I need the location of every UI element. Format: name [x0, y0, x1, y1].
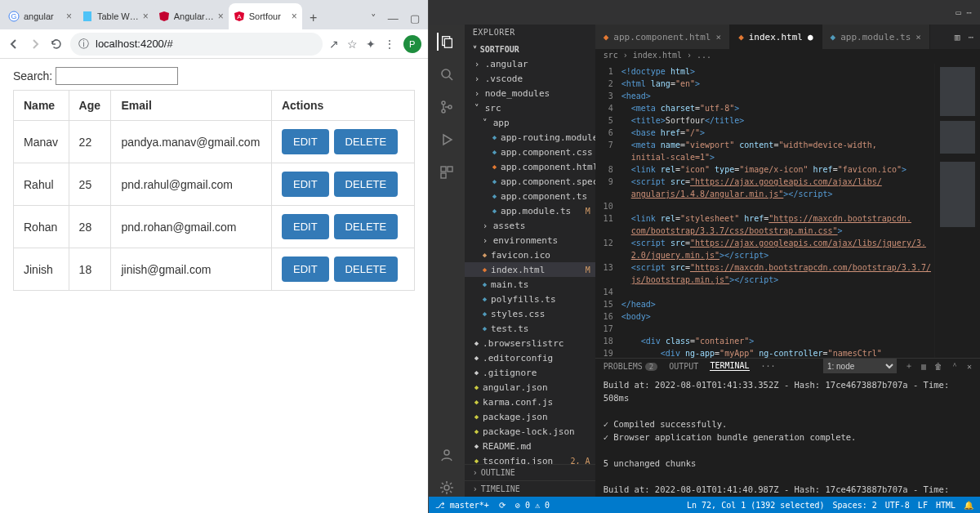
scm-icon[interactable]	[438, 98, 456, 116]
tree-node[interactable]: ◆app.component.spec.ts	[465, 174, 595, 189]
chevron-down-icon[interactable]: ˅	[371, 12, 376, 25]
close-tab-icon[interactable]: ×	[66, 11, 72, 22]
tree-node[interactable]: ◆angular.json	[465, 380, 595, 395]
panel-tab-problems[interactable]: PROBLEMS2	[604, 362, 658, 371]
delete-button[interactable]: DELETE	[334, 256, 399, 282]
panel-tab-output[interactable]: OUTPUT	[669, 362, 698, 371]
tree-node[interactable]: ◆polyfills.ts	[465, 292, 595, 306]
debug-icon[interactable]	[438, 131, 456, 149]
close-tab-icon[interactable]: ×	[218, 11, 224, 22]
browser-tab[interactable]: ASortfour×	[229, 3, 302, 29]
delete-button[interactable]: DELETE	[334, 214, 399, 239]
tree-node[interactable]: ◆tsconfig.json2, A	[465, 453, 595, 464]
tree-node[interactable]: ◆.gitignore	[465, 365, 595, 380]
split-terminal-icon[interactable]: ▥	[921, 362, 926, 371]
editor-tab[interactable]: ◆index.html●	[730, 25, 822, 49]
editor-more-icon[interactable]: ⋯	[968, 32, 973, 42]
edit-button[interactable]: EDIT	[282, 256, 329, 282]
account-icon[interactable]	[438, 446, 456, 464]
tree-node[interactable]: ›node_modules	[465, 86, 595, 100]
project-root[interactable]: ˅SORTFOUR	[465, 42, 595, 56]
tree-node[interactable]: ◆favicon.ico	[465, 248, 595, 262]
tree-node[interactable]: ›.vscode	[465, 71, 595, 86]
status-cursor[interactable]: Ln 72, Col 1 (1392 selected)	[687, 501, 825, 510]
search-icon[interactable]	[438, 65, 456, 83]
maximize-panel-icon[interactable]: ＾	[951, 360, 959, 372]
explorer-icon[interactable]	[437, 33, 455, 51]
timeline-section[interactable]: ›TIMELINE	[465, 480, 595, 497]
tree-node[interactable]: ◆test.ts	[465, 321, 595, 336]
browser-tab[interactable]: Angular…×	[154, 3, 229, 29]
tree-node[interactable]: ◆app.component.html	[465, 159, 595, 174]
panel-tab-terminal[interactable]: TERMINAL	[710, 361, 749, 371]
site-info-icon[interactable]: ⓘ	[78, 37, 89, 51]
kill-terminal-icon[interactable]: 🗑	[934, 362, 942, 371]
forward-icon[interactable]	[28, 37, 42, 51]
terminal-shell-select[interactable]: 1: node	[823, 359, 897, 373]
browser-tab[interactable]: Table W…×	[77, 3, 154, 29]
tree-node[interactable]: ›environments	[465, 233, 595, 248]
tree-node[interactable]: ◆README.md	[465, 439, 595, 453]
col-age[interactable]: Age	[69, 91, 111, 121]
close-tab-icon[interactable]: ×	[292, 11, 297, 22]
edit-button[interactable]: EDIT	[282, 172, 329, 197]
delete-button[interactable]: DELETE	[334, 129, 399, 154]
tree-node[interactable]: ◆index.htmlM	[465, 262, 595, 277]
bookmark-icon[interactable]: ☆	[347, 38, 358, 51]
browser-tab[interactable]: Gangular×	[3, 3, 77, 29]
panel-tab-more[interactable]: ···	[761, 362, 776, 371]
tree-node[interactable]: ◆app-routing.module.ts	[465, 130, 595, 145]
maximize-icon[interactable]: ▢	[410, 12, 420, 25]
tree-node[interactable]: ◆.editorconfig	[465, 350, 595, 365]
minimap[interactable]	[934, 64, 980, 358]
minimize-icon[interactable]: —	[388, 12, 399, 25]
outline-section[interactable]: ›OUTLINE	[465, 464, 595, 480]
tree-node[interactable]: ◆app.module.tsM	[465, 203, 595, 218]
tree-node[interactable]: ˅app	[465, 115, 595, 130]
col-email[interactable]: Email	[111, 91, 272, 121]
menu-icon[interactable]: ⋮	[384, 38, 395, 51]
status-bell-icon[interactable]: 🔔	[964, 501, 973, 510]
status-lang[interactable]: HTML	[936, 501, 956, 510]
tree-node[interactable]: ◆app.component.css	[465, 145, 595, 159]
tree-node[interactable]: ◆package.json	[465, 409, 595, 424]
profile-avatar[interactable]: P	[403, 35, 421, 53]
status-branch[interactable]: ⎇ master*+	[435, 501, 489, 510]
share-icon[interactable]: ↗	[329, 38, 339, 51]
new-terminal-icon[interactable]: ＋	[905, 360, 913, 372]
delete-button[interactable]: DELETE	[334, 172, 399, 197]
reload-icon[interactable]	[49, 37, 64, 51]
titlebar-more-icon[interactable]: ▭ ⋯	[956, 7, 980, 18]
back-icon[interactable]	[7, 37, 21, 51]
split-editor-icon[interactable]: ▥	[955, 32, 960, 42]
close-icon[interactable]: ×	[716, 32, 722, 42]
close-panel-icon[interactable]: ✕	[967, 362, 972, 371]
tree-node[interactable]: ◆.browserslistrc	[465, 336, 595, 350]
tree-node[interactable]: ›.angular	[465, 56, 595, 71]
status-eol[interactable]: LF	[918, 501, 928, 510]
settings-gear-icon[interactable]	[438, 479, 456, 497]
tree-node[interactable]: ˅src	[465, 100, 595, 115]
edit-button[interactable]: EDIT	[282, 214, 329, 239]
extensions-icon[interactable]: ✦	[366, 38, 376, 51]
close-icon[interactable]: ×	[915, 32, 921, 42]
col-name[interactable]: Name	[14, 91, 69, 121]
editor-tab[interactable]: ◆app.component.html×	[595, 25, 730, 49]
status-problems[interactable]: ⊘ 0 ⚠ 0	[515, 501, 550, 510]
tree-node[interactable]: ◆main.ts	[465, 277, 595, 292]
breadcrumb[interactable]: src › index.html › ...	[595, 49, 980, 64]
tree-node[interactable]: ◆styles.css	[465, 306, 595, 321]
new-tab-button[interactable]: +	[302, 7, 325, 29]
editor-tab[interactable]: ◆app.module.ts×	[822, 25, 930, 49]
terminal-output[interactable]: Build at: 2022-08-01T01:41:33.352Z - Has…	[595, 373, 980, 513]
extensions-icon[interactable]	[438, 163, 456, 181]
status-spaces[interactable]: Spaces: 2	[833, 501, 877, 510]
tree-node[interactable]: ◆karma.conf.js	[465, 395, 595, 409]
tree-node[interactable]: ◆package-lock.json	[465, 424, 595, 439]
close-tab-icon[interactable]: ×	[143, 11, 149, 22]
status-encoding[interactable]: UTF-8	[885, 501, 910, 510]
tree-node[interactable]: ›assets	[465, 218, 595, 233]
search-input[interactable]	[56, 67, 178, 85]
edit-button[interactable]: EDIT	[282, 129, 329, 154]
tree-node[interactable]: ◆app.component.ts	[465, 189, 595, 203]
